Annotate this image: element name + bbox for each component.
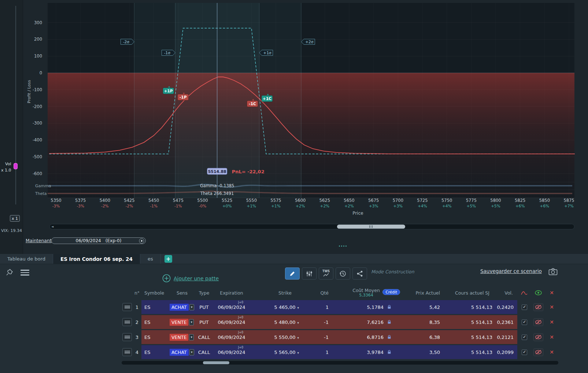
plot-leg-checkbox[interactable] [517,300,531,314]
row-drag-handle[interactable] [122,300,133,314]
vol-cell: 0,2361 [495,315,517,329]
expiration-cell[interactable]: J+006/09/2024 [213,330,250,344]
panel-splitter-handle[interactable] [339,245,347,247]
side-value[interactable]: ACHAT [170,304,189,311]
svg-text:100: 100 [34,53,42,59]
hide-leg-button[interactable] [531,315,545,329]
history-clock-icon [339,270,347,277]
strike-select[interactable]: 5 480,00 [250,315,301,329]
qty-cell[interactable]: 1 [301,300,332,314]
camera-icon[interactable] [548,268,558,277]
plot-leg-checkbox[interactable] [517,330,531,344]
close-icon [550,334,554,340]
side-select[interactable]: VENTE [169,330,195,344]
header-delete-icon[interactable] [545,290,558,296]
symbol-cell: ES [141,330,169,344]
table-row: 1 ES ACHAT PUT J+006/09/2024 5 465,00 1 … [122,300,558,314]
lock-icon[interactable] [387,305,391,309]
scroll-left-arrow-icon[interactable]: ◄ [51,225,53,228]
expiration-cell[interactable]: J+006/09/2024 [213,345,250,359]
tws-tool-button[interactable]: TWS [319,267,333,280]
vol-slider-track[interactable] [15,6,16,204]
lock-icon[interactable] [387,350,391,354]
share-icon [356,270,363,277]
chart-horizontal-scrollbar[interactable]: ◄ [49,224,574,229]
chart-scrollbar-thumb[interactable] [337,225,405,229]
svg-text:5800: 5800 [490,198,501,203]
add-leg-label[interactable]: Ajouter une patte [174,276,219,281]
qty-cell[interactable]: 1 [301,345,332,359]
strike-select[interactable]: 5 565,00 [250,345,301,359]
vol-label: Vol [5,162,11,166]
tab-iron-condor[interactable]: ES Iron Condor 06 sep. 24 [53,254,140,264]
chevron-down-icon[interactable] [189,319,194,325]
side-value[interactable]: VENTE [170,319,188,326]
save-scenario-link[interactable]: Sauvegarder ce scenario [480,268,542,274]
side-select[interactable]: ACHAT [169,300,195,314]
delete-leg-button[interactable] [545,345,558,359]
tab-dashboard[interactable]: Tableau de bord [0,254,53,264]
play-forward-icon[interactable] [139,238,144,245]
table-row: 4 ES ACHAT CALL J+006/09/2024 5 565,00 1… [122,345,558,359]
add-tab-button[interactable]: + [164,255,172,263]
svg-text:+2%: +2% [344,204,354,208]
menu-icon[interactable] [21,270,29,277]
hide-leg-button[interactable] [531,330,545,344]
credit-badge[interactable]: Crédit [382,289,400,295]
row-number: 1 [133,300,141,314]
svg-text:5350: 5350 [51,198,61,203]
vol-cell: 0,2099 [495,345,517,359]
strike-select[interactable]: 5 550,00 [250,330,301,344]
header-qty: Qté [301,290,332,296]
header-num: n° [133,290,141,296]
svg-text:-2σ: -2σ [123,40,129,44]
plot-leg-checkbox[interactable] [517,315,531,329]
timeline-now-link[interactable]: Maintenant [26,238,52,243]
row-drag-handle[interactable] [122,315,133,329]
side-value[interactable]: ACHAT [170,349,189,356]
draw-tool-button[interactable] [285,267,300,280]
side-select[interactable]: VENTE [169,315,195,329]
row-drag-handle[interactable] [122,330,133,344]
qty-cell[interactable]: -1 [301,315,332,329]
lock-icon[interactable] [387,335,391,339]
svg-text:5525: 5525 [222,198,232,203]
header-eye-icon[interactable] [531,290,545,296]
add-leg-button[interactable]: Ajouter une patte [162,274,219,282]
delete-leg-button[interactable] [545,330,558,344]
pnl-chart[interactable]: 3002001000-100-200-300-400-500-600-2σ-1σ… [23,0,588,220]
svg-text:-1%: -1% [150,204,157,208]
strike-select[interactable]: 5 465,00 [250,300,301,314]
row-drag-handle[interactable] [122,345,133,359]
hide-leg-button[interactable] [531,345,545,359]
table-horizontal-scrollbar[interactable] [122,361,558,365]
vol-slider-handle[interactable] [14,163,18,169]
expiration-cell[interactable]: J+006/09/2024 [213,300,250,314]
plot-leg-checkbox[interactable] [517,345,531,359]
history-tool-button[interactable] [336,267,350,280]
side-select[interactable]: ACHAT [169,345,195,359]
pin-icon[interactable] [6,269,13,277]
table-scrollbar-thumb[interactable] [203,361,229,364]
tab-es[interactable]: es [140,254,161,264]
chevron-down-icon[interactable] [189,334,194,340]
expiration-date-selector[interactable]: 06/09/2024 (Exp-0) [51,237,146,244]
lock-icon[interactable] [387,320,391,324]
x1-multiplier-button[interactable]: x 1 [10,215,20,222]
side-value[interactable]: VENTE [170,334,188,341]
chevron-down-icon[interactable] [189,349,194,355]
expiration-cell[interactable]: J+006/09/2024 [213,315,250,329]
avg-cost-cell: 3,9784 [332,345,400,359]
svg-text:+1%: +1% [271,204,280,208]
hide-leg-button[interactable] [531,300,545,314]
strategy-panel: Tableau de bord ES Iron Condor 06 sep. 2… [0,254,588,373]
chevron-down-icon[interactable] [189,304,194,310]
qty-cell[interactable]: -1 [301,330,332,344]
days-to-exp-tag: J+0 [238,301,243,304]
share-tool-button[interactable] [352,267,367,280]
delete-leg-button[interactable] [545,315,558,329]
vol-scale-value: x 1.0 [1,168,11,173]
delete-leg-button[interactable] [545,300,558,314]
adjust-tool-button[interactable] [302,267,317,280]
eye-slash-icon [535,335,542,340]
